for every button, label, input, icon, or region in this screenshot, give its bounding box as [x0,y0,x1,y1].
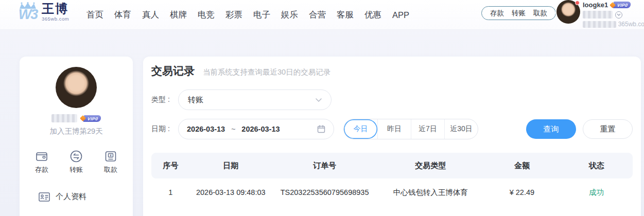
sidebar-withdraw-action[interactable]: ¥ 取款 [104,150,117,174]
transaction-records-panel: 交易记录 当前系统支持查询最近30日的交易记录 类型 : 转账 日期 : 202… [143,57,641,216]
col-order-no: 订单号 [272,161,378,171]
nav-lottery[interactable]: 彩票 [225,9,242,21]
type-select-value: 转账 [188,95,203,105]
nav-slots[interactable]: 电子 [253,9,270,21]
nav-promotions[interactable]: 优惠 [364,9,381,21]
date-range-input[interactable]: 2026-03-13 ~ 2026-03-13 [178,119,334,139]
blurred-domain-label [583,21,616,28]
sidebar-deposit-action[interactable]: 存款 [35,150,48,174]
main-nav: 首页 体育 真人 棋牌 电竞 彩票 电子 娱乐 合营 客服 优惠 APP [86,0,409,30]
sidebar-deposit-label: 存款 [35,165,48,174]
nav-support[interactable]: 客服 [337,9,354,21]
range-yesterday-button[interactable]: 昨日 [377,119,411,139]
page-subtitle: 当前系统支持查询最近30日的交易记录 [203,67,330,77]
nav-entertainment[interactable]: 娱乐 [281,9,298,21]
sidebar-vip-badge: VIP0 [80,115,101,122]
search-button[interactable]: 查询 [526,119,576,139]
col-type: 交易类型 [377,161,483,171]
reset-button[interactable]: 重置 [583,119,633,139]
brand-name: 王博 [42,3,69,15]
col-status: 状态 [561,161,633,171]
sidebar-item-profile[interactable]: 个人资料 [20,192,133,202]
col-amount: 金额 [483,161,561,171]
nav-live[interactable]: 真人 [142,9,159,21]
nav-home[interactable]: 首页 [86,9,103,21]
header-transfer-link[interactable]: 转账 [512,9,526,18]
cell-type: 中心钱包转入王博体育 [377,188,483,197]
table-row: 1 2026-03-13 09:48:03 TS2032253560795698… [151,178,633,206]
notification-dot [575,1,580,5]
profile-sidebar: VIP0 加入王博第29天 存款 转账 ¥ [20,57,133,216]
sidebar-profile-label: 个人资料 [56,192,86,202]
vip-badge: VIP0 [610,2,631,8]
wallet-icon [35,150,48,163]
cell-index: 1 [151,188,190,196]
transactions-table: 序号 日期 订单号 交易类型 金额 状态 1 2026-03-13 09:48:… [151,153,633,206]
date-end-value: 2026-03-13 [241,125,280,133]
nav-esports[interactable]: 电竞 [198,9,215,21]
nav-sports[interactable]: 体育 [114,9,131,21]
table-header-row: 序号 日期 订单号 交易类型 金额 状态 [151,153,633,178]
date-start-value: 2026-03-13 [187,125,225,133]
col-index: 序号 [151,161,190,171]
nav-affiliate[interactable]: 合营 [309,9,326,21]
username: loogke1 [583,1,608,9]
nav-board-games[interactable]: 棋牌 [170,9,187,21]
header-deposit-link[interactable]: 存款 [490,9,504,18]
logo-mark: W3 [18,2,38,22]
cell-date: 2026-03-13 09:48:03 [190,188,272,196]
cell-order-no: TS2032253560795698935 [272,188,378,196]
header-user-info[interactable]: loogke1 VIP0 365wb.com [583,1,644,28]
quick-range-group: 今日 昨日 近7日 近30日 [343,119,478,139]
user-site-domain: 365wb.com [618,21,644,28]
chevron-down-icon [316,98,322,102]
sidebar-transfer-label: 转账 [69,165,83,174]
top-header: W3 王博 365wb.com 首页 体育 真人 棋牌 电竞 彩票 电子 娱乐 … [0,0,644,30]
sidebar-avatar [56,67,97,108]
sidebar-transfer-action[interactable]: 转账 [69,150,83,174]
col-date: 日期 [190,161,272,171]
blurred-balance [583,11,613,19]
svg-text:¥: ¥ [110,154,112,157]
cell-amount: ¥ 22.49 [483,188,561,196]
nav-app[interactable]: APP [392,10,409,20]
range-7days-button[interactable]: 近7日 [411,119,444,139]
range-30days-button[interactable]: 近30日 [444,119,478,139]
join-days-text: 加入王博第29天 [20,127,133,136]
blurred-sidebar-username [51,114,77,122]
calendar-icon [317,125,325,133]
id-card-icon [39,192,50,202]
expand-chevron-icon[interactable] [615,11,622,19]
wallet-actions-pill: 存款 转账 取款 [481,6,556,20]
brand-logo[interactable]: W3 王博 365wb.com [18,2,69,22]
brand-domain: 365wb.com [42,16,69,22]
logo-w3-text: W3 [19,8,38,22]
sidebar-withdraw-label: 取款 [104,165,117,174]
type-filter-label: 类型 : [151,95,178,104]
date-range-separator: ~ [231,125,235,133]
type-select[interactable]: 转账 [178,89,332,110]
cell-status: 成功 [561,188,633,197]
date-filter-label: 日期 : [151,124,178,134]
page-title: 交易记录 [151,64,195,78]
transfer-icon [69,150,83,163]
header-withdraw-link[interactable]: 取款 [533,9,547,18]
range-today-button[interactable]: 今日 [344,119,377,139]
withdraw-icon: ¥ [104,150,117,163]
